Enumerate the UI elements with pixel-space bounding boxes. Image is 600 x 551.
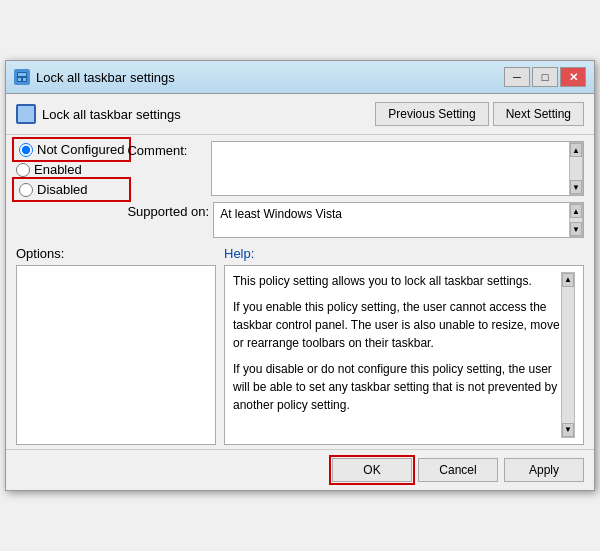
not-configured-label: Not Configured	[37, 142, 124, 157]
cancel-button[interactable]: Cancel	[418, 458, 498, 482]
header-icon	[16, 104, 36, 124]
help-paragraph-3: If you disable or do not configure this …	[233, 360, 561, 414]
window-title: Lock all taskbar settings	[36, 70, 175, 85]
previous-setting-button[interactable]: Previous Setting	[375, 102, 488, 126]
scroll-down-arrow[interactable]: ▼	[570, 180, 582, 194]
radio-options: Not Configured Enabled Disabled	[16, 141, 127, 238]
lower-section: Options: Help: This policy setting allow…	[6, 242, 594, 449]
app-icon	[14, 69, 30, 85]
upper-content: Not Configured Enabled Disabled Comment:…	[6, 135, 594, 242]
scroll-up-arrow[interactable]: ▲	[570, 143, 582, 157]
header-left: Lock all taskbar settings	[16, 104, 181, 124]
help-scroll-down[interactable]: ▼	[562, 423, 574, 437]
supported-scroll-down[interactable]: ▼	[570, 222, 582, 236]
help-paragraph-1: This policy setting allows you to lock a…	[233, 272, 561, 290]
supported-scrollbar[interactable]: ▲ ▼	[569, 203, 583, 237]
header-bar: Lock all taskbar settings Previous Setti…	[6, 94, 594, 135]
supported-on-row: Supported on: At least Windows Vista ▲ ▼	[127, 202, 584, 238]
close-button[interactable]: ✕	[560, 67, 586, 87]
enabled-radio-item[interactable]: Enabled	[16, 162, 127, 177]
help-panel: Help: This policy setting allows you to …	[224, 246, 584, 445]
supported-scroll-up[interactable]: ▲	[570, 204, 582, 218]
help-scroll-up[interactable]: ▲	[562, 273, 574, 287]
ok-button[interactable]: OK	[332, 458, 412, 482]
disabled-label: Disabled	[37, 182, 88, 197]
supported-on-text: At least Windows Vista	[214, 203, 569, 237]
options-label: Options:	[16, 246, 216, 261]
not-configured-radio-item[interactable]: Not Configured	[16, 141, 127, 158]
comment-scrollbar[interactable]: ▲ ▼	[569, 142, 583, 195]
help-text: This policy setting allows you to lock a…	[233, 272, 561, 438]
enabled-radio[interactable]	[16, 163, 30, 177]
svg-rect-2	[18, 78, 21, 81]
dialog-window: Lock all taskbar settings ─ □ ✕ Lock all…	[5, 60, 595, 491]
help-scrollbar[interactable]: ▲ ▼	[561, 272, 575, 438]
svg-rect-3	[23, 78, 26, 81]
title-bar: Lock all taskbar settings ─ □ ✕	[6, 61, 594, 94]
svg-rect-1	[18, 73, 26, 76]
comment-field-wrap: ▲ ▼	[211, 141, 584, 196]
enabled-label: Enabled	[34, 162, 82, 177]
next-setting-button[interactable]: Next Setting	[493, 102, 584, 126]
nav-buttons: Previous Setting Next Setting	[375, 102, 584, 126]
minimize-button[interactable]: ─	[504, 67, 530, 87]
comment-textarea[interactable]	[212, 142, 569, 195]
help-box: This policy setting allows you to lock a…	[224, 265, 584, 445]
comment-label: Comment:	[127, 141, 207, 158]
comment-row: Comment: ▲ ▼	[127, 141, 584, 196]
options-box	[16, 265, 216, 445]
apply-button[interactable]: Apply	[504, 458, 584, 482]
upper-right: Comment: ▲ ▼ Supported on: At least Wind…	[127, 141, 584, 238]
title-bar-left: Lock all taskbar settings	[14, 69, 175, 85]
title-controls: ─ □ ✕	[504, 67, 586, 87]
bottom-bar: OK Cancel Apply	[6, 449, 594, 490]
maximize-button[interactable]: □	[532, 67, 558, 87]
header-title: Lock all taskbar settings	[42, 107, 181, 122]
options-panel: Options:	[16, 246, 216, 445]
supported-on-label: Supported on:	[127, 202, 209, 219]
disabled-radio[interactable]	[19, 183, 33, 197]
help-paragraph-2: If you enable this policy setting, the u…	[233, 298, 561, 352]
supported-on-box: At least Windows Vista ▲ ▼	[213, 202, 584, 238]
disabled-radio-item[interactable]: Disabled	[16, 181, 127, 198]
help-label: Help:	[224, 246, 584, 261]
not-configured-radio[interactable]	[19, 143, 33, 157]
